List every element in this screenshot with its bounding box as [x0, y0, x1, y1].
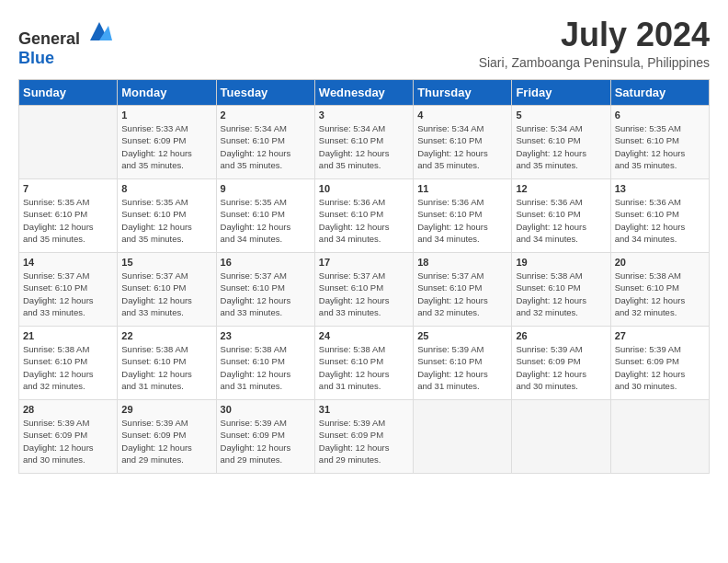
day-info: Sunrise: 5:39 AM Sunset: 6:09 PM Dayligh… [121, 417, 211, 465]
calendar-cell: 1Sunrise: 5:33 AM Sunset: 6:09 PM Daylig… [118, 106, 216, 179]
day-info: Sunrise: 5:37 AM Sunset: 6:10 PM Dayligh… [221, 270, 311, 318]
calendar-cell: 4Sunrise: 5:34 AM Sunset: 6:10 PM Daylig… [414, 106, 512, 179]
calendar-cell: 18Sunrise: 5:37 AM Sunset: 6:10 PM Dayli… [414, 253, 512, 327]
day-info: Sunrise: 5:38 AM Sunset: 6:10 PM Dayligh… [615, 270, 705, 318]
week-row-5: 28Sunrise: 5:39 AM Sunset: 6:09 PM Dayli… [19, 400, 710, 474]
logo-blue: Blue [18, 49, 54, 67]
calendar-cell: 17Sunrise: 5:37 AM Sunset: 6:10 PM Dayli… [314, 253, 413, 327]
day-number: 4 [417, 109, 507, 121]
day-info: Sunrise: 5:38 AM Sunset: 6:10 PM Dayligh… [516, 270, 606, 318]
calendar-cell: 31Sunrise: 5:39 AM Sunset: 6:09 PM Dayli… [314, 400, 413, 474]
day-number: 10 [319, 183, 409, 194]
calendar-cell: 22Sunrise: 5:38 AM Sunset: 6:10 PM Dayli… [118, 327, 216, 400]
calendar-cell: 27Sunrise: 5:39 AM Sunset: 6:09 PM Dayli… [610, 327, 709, 400]
calendar-cell: 23Sunrise: 5:38 AM Sunset: 6:10 PM Dayli… [216, 327, 314, 400]
week-row-4: 21Sunrise: 5:38 AM Sunset: 6:10 PM Dayli… [19, 327, 710, 400]
day-info: Sunrise: 5:39 AM Sunset: 6:10 PM Dayligh… [417, 343, 507, 392]
day-info: Sunrise: 5:34 AM Sunset: 6:10 PM Dayligh… [516, 122, 606, 171]
calendar-cell: 28Sunrise: 5:39 AM Sunset: 6:09 PM Dayli… [19, 400, 118, 474]
day-number: 31 [319, 404, 409, 415]
day-number: 6 [615, 109, 705, 121]
day-info: Sunrise: 5:37 AM Sunset: 6:10 PM Dayligh… [319, 270, 409, 318]
day-number: 30 [221, 404, 311, 415]
logo: General Blue [18, 18, 112, 68]
day-info: Sunrise: 5:34 AM Sunset: 6:10 PM Dayligh… [221, 122, 311, 171]
day-info: Sunrise: 5:34 AM Sunset: 6:10 PM Dayligh… [319, 122, 409, 171]
day-info: Sunrise: 5:39 AM Sunset: 6:09 PM Dayligh… [319, 417, 409, 465]
day-info: Sunrise: 5:34 AM Sunset: 6:10 PM Dayligh… [417, 122, 507, 171]
logo-text: General Blue [18, 18, 112, 68]
day-number: 5 [516, 109, 606, 121]
day-number: 21 [23, 330, 113, 341]
day-info: Sunrise: 5:39 AM Sunset: 6:09 PM Dayligh… [615, 343, 705, 392]
day-info: Sunrise: 5:33 AM Sunset: 6:09 PM Dayligh… [121, 122, 211, 171]
calendar-cell [610, 400, 709, 474]
calendar-cell: 15Sunrise: 5:37 AM Sunset: 6:10 PM Dayli… [118, 253, 216, 327]
header-day-friday: Friday [512, 80, 610, 106]
calendar-cell [19, 106, 118, 179]
day-info: Sunrise: 5:39 AM Sunset: 6:09 PM Dayligh… [23, 417, 113, 465]
day-number: 15 [121, 257, 211, 268]
day-info: Sunrise: 5:38 AM Sunset: 6:10 PM Dayligh… [221, 343, 311, 392]
day-info: Sunrise: 5:38 AM Sunset: 6:10 PM Dayligh… [319, 343, 409, 392]
day-number: 23 [221, 330, 311, 341]
day-info: Sunrise: 5:36 AM Sunset: 6:10 PM Dayligh… [615, 196, 705, 245]
calendar-cell: 3Sunrise: 5:34 AM Sunset: 6:10 PM Daylig… [314, 106, 413, 179]
calendar-table: SundayMondayTuesdayWednesdayThursdayFrid… [18, 79, 710, 474]
day-number: 12 [516, 183, 606, 194]
calendar-cell: 30Sunrise: 5:39 AM Sunset: 6:09 PM Dayli… [216, 400, 314, 474]
day-number: 22 [121, 330, 211, 341]
calendar-cell: 24Sunrise: 5:38 AM Sunset: 6:10 PM Dayli… [314, 327, 413, 400]
day-number: 1 [121, 109, 211, 121]
header-row: SundayMondayTuesdayWednesdayThursdayFrid… [19, 80, 710, 106]
day-info: Sunrise: 5:35 AM Sunset: 6:10 PM Dayligh… [615, 122, 705, 171]
day-number: 9 [221, 183, 311, 194]
week-row-2: 7Sunrise: 5:35 AM Sunset: 6:10 PM Daylig… [19, 179, 710, 253]
day-number: 17 [319, 257, 409, 268]
day-info: Sunrise: 5:35 AM Sunset: 6:10 PM Dayligh… [121, 196, 211, 245]
header-day-tuesday: Tuesday [216, 80, 314, 106]
calendar-cell: 2Sunrise: 5:34 AM Sunset: 6:10 PM Daylig… [216, 106, 314, 179]
day-number: 18 [417, 257, 507, 268]
title-section: July 2024 Siari, Zamboanga Peninsula, Ph… [479, 18, 710, 70]
calendar-cell: 19Sunrise: 5:38 AM Sunset: 6:10 PM Dayli… [512, 253, 610, 327]
calendar-cell: 21Sunrise: 5:38 AM Sunset: 6:10 PM Dayli… [19, 327, 118, 400]
header-day-thursday: Thursday [414, 80, 512, 106]
day-number: 8 [121, 183, 211, 194]
day-number: 7 [23, 183, 113, 194]
header-day-sunday: Sunday [19, 80, 118, 106]
day-info: Sunrise: 5:37 AM Sunset: 6:10 PM Dayligh… [23, 270, 113, 318]
day-number: 19 [516, 257, 606, 268]
day-number: 11 [417, 183, 507, 194]
calendar-cell: 7Sunrise: 5:35 AM Sunset: 6:10 PM Daylig… [19, 179, 118, 253]
location-subtitle: Siari, Zamboanga Peninsula, Philippines [479, 55, 710, 70]
header-day-saturday: Saturday [610, 80, 709, 106]
calendar-cell: 5Sunrise: 5:34 AM Sunset: 6:10 PM Daylig… [512, 106, 610, 179]
day-number: 14 [23, 257, 113, 268]
day-info: Sunrise: 5:37 AM Sunset: 6:10 PM Dayligh… [121, 270, 211, 318]
header-day-monday: Monday [118, 80, 216, 106]
week-row-3: 14Sunrise: 5:37 AM Sunset: 6:10 PM Dayli… [19, 253, 710, 327]
calendar-cell: 20Sunrise: 5:38 AM Sunset: 6:10 PM Dayli… [610, 253, 709, 327]
calendar-cell: 29Sunrise: 5:39 AM Sunset: 6:09 PM Dayli… [118, 400, 216, 474]
day-info: Sunrise: 5:39 AM Sunset: 6:09 PM Dayligh… [516, 343, 606, 392]
day-info: Sunrise: 5:36 AM Sunset: 6:10 PM Dayligh… [417, 196, 507, 245]
calendar-cell: 26Sunrise: 5:39 AM Sunset: 6:09 PM Dayli… [512, 327, 610, 400]
day-info: Sunrise: 5:36 AM Sunset: 6:10 PM Dayligh… [319, 196, 409, 245]
day-number: 16 [221, 257, 311, 268]
header-day-wednesday: Wednesday [314, 80, 413, 106]
calendar-cell: 11Sunrise: 5:36 AM Sunset: 6:10 PM Dayli… [414, 179, 512, 253]
calendar-cell: 9Sunrise: 5:35 AM Sunset: 6:10 PM Daylig… [216, 179, 314, 253]
day-number: 27 [615, 330, 705, 341]
day-info: Sunrise: 5:38 AM Sunset: 6:10 PM Dayligh… [23, 343, 113, 392]
day-number: 29 [121, 404, 211, 415]
calendar-header: SundayMondayTuesdayWednesdayThursdayFrid… [19, 80, 710, 106]
day-info: Sunrise: 5:35 AM Sunset: 6:10 PM Dayligh… [221, 196, 311, 245]
day-number: 3 [319, 109, 409, 121]
calendar-cell: 10Sunrise: 5:36 AM Sunset: 6:10 PM Dayli… [314, 179, 413, 253]
calendar-cell: 25Sunrise: 5:39 AM Sunset: 6:10 PM Dayli… [414, 327, 512, 400]
day-number: 28 [23, 404, 113, 415]
calendar-cell: 12Sunrise: 5:36 AM Sunset: 6:10 PM Dayli… [512, 179, 610, 253]
day-number: 24 [319, 330, 409, 341]
day-info: Sunrise: 5:37 AM Sunset: 6:10 PM Dayligh… [417, 270, 507, 318]
